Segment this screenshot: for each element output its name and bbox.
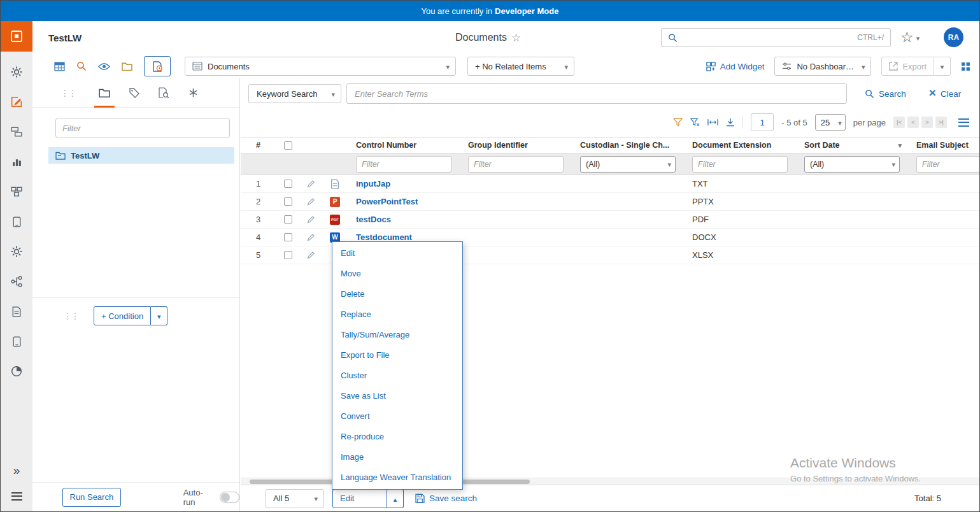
tab-field-tree[interactable] (127, 78, 142, 108)
auto-run-toggle[interactable] (220, 492, 239, 503)
table-row[interactable]: 3 PDF testDocs PDF (241, 211, 979, 229)
favorites-chevron-icon[interactable] (916, 32, 920, 43)
grid-view-button[interactable] (54, 62, 65, 71)
email-subject-filter-input[interactable] (916, 156, 979, 173)
column-header-document-extension[interactable]: Document Extension (684, 141, 796, 150)
menu-item-cluster[interactable]: Cluster (332, 366, 462, 386)
user-avatar[interactable]: RA (944, 27, 963, 47)
add-widget-button[interactable]: Add Widget (706, 62, 765, 71)
document-link[interactable]: Testdocument (356, 232, 412, 242)
run-search-button[interactable]: Run Search (62, 488, 121, 507)
grid-menu-button[interactable] (958, 118, 969, 127)
rail-mobile-button[interactable] (10, 335, 24, 348)
rail-integrations-button[interactable] (10, 275, 24, 288)
rail-reports-button[interactable] (10, 365, 24, 378)
sort-date-filter-select[interactable]: (All) (804, 156, 900, 173)
mass-action-dropdown[interactable]: Edit (332, 489, 387, 508)
table-row[interactable]: 1 inputJap TXT (241, 175, 979, 193)
clear-filters-button[interactable] (690, 118, 700, 127)
rail-menu-button[interactable] (10, 490, 24, 502)
menu-item-edit[interactable]: Edit (332, 243, 462, 264)
menu-item-re-produce[interactable]: Re-produce (332, 427, 462, 447)
menu-item-replace[interactable]: Replace (332, 304, 462, 325)
select-all-checkbox[interactable] (284, 141, 292, 150)
edit-row-button[interactable] (299, 233, 322, 241)
per-page-select[interactable]: 25 (815, 114, 846, 131)
row-checkbox[interactable] (284, 251, 292, 259)
row-checkbox[interactable] (284, 233, 292, 241)
document-link[interactable]: PowerPointTest (356, 197, 418, 206)
menu-item-save-as-list[interactable]: Save as List (332, 386, 462, 406)
document-link[interactable]: testDocs (356, 215, 391, 224)
selection-scope-dropdown[interactable]: All 5 (266, 489, 324, 508)
menu-item-move[interactable]: Move (332, 264, 462, 284)
menu-item-language-weaver-translation[interactable]: Language Weaver Translation (332, 467, 462, 488)
filter-toggle-button[interactable] (673, 118, 683, 127)
column-header-num[interactable]: # (241, 141, 276, 150)
related-items-dropdown[interactable]: + No Related Items (467, 57, 574, 76)
custodian-filter-select[interactable]: (All) (580, 156, 676, 173)
export-chevron-button[interactable] (934, 57, 951, 76)
dashboard-dropdown[interactable]: No Dashboard S... (774, 57, 871, 76)
search-panel-button[interactable] (76, 61, 87, 71)
collapse-rail-button[interactable] (10, 464, 24, 477)
table-row[interactable]: 2 P PowerPointTest PPTX (241, 193, 979, 211)
rail-device-button[interactable] (10, 215, 24, 228)
search-button[interactable]: Search (865, 89, 906, 99)
favorite-page-star-icon[interactable] (511, 31, 521, 45)
global-search-box[interactable]: CTRL+/ (661, 28, 891, 47)
tab-clusters[interactable] (186, 78, 201, 108)
tab-folders[interactable] (96, 78, 113, 108)
row-checkbox[interactable] (284, 180, 292, 188)
panel-drag-handle[interactable] (60, 87, 76, 99)
row-checkbox[interactable] (284, 197, 292, 206)
preview-button[interactable] (98, 62, 110, 71)
edit-row-button[interactable] (299, 215, 322, 224)
column-header-custodian[interactable]: Custodian - Single Ch... (572, 141, 684, 150)
menu-item-export-to-file[interactable]: Export to File (332, 345, 462, 366)
group-identifier-filter-input[interactable] (468, 156, 564, 173)
rail-admin-settings-button[interactable] (10, 245, 24, 258)
first-page-button[interactable] (893, 117, 905, 128)
document-extension-filter-input[interactable] (692, 156, 788, 173)
menu-item-delete[interactable]: Delete (332, 284, 462, 304)
condition-drag-handle[interactable] (63, 310, 78, 322)
edit-row-button[interactable] (299, 197, 322, 206)
menu-item-tally-sum-average[interactable]: Tally/Sum/Average (332, 325, 462, 345)
last-page-button[interactable] (935, 117, 947, 128)
relativity-logo[interactable] (1, 21, 32, 52)
column-header-sort-date[interactable]: Sort Date (796, 141, 908, 150)
export-button[interactable]: Export (881, 57, 934, 76)
row-checkbox[interactable] (284, 215, 292, 224)
condition-chevron-button[interactable] (151, 306, 167, 325)
rail-documents-button[interactable] (10, 305, 24, 318)
menu-item-convert[interactable]: Convert (332, 406, 462, 427)
rail-analytics-button[interactable] (10, 155, 24, 168)
layout-grid-button[interactable] (961, 62, 970, 71)
folders-button[interactable] (122, 62, 132, 71)
rail-collections-button[interactable] (10, 185, 24, 198)
edit-row-button[interactable] (299, 180, 322, 188)
tab-saved-searches[interactable] (156, 78, 172, 108)
folder-filter-input[interactable] (55, 118, 230, 138)
documents-view-dropdown[interactable]: Documents (185, 57, 456, 76)
column-header-control-number[interactable]: Control Number (348, 141, 460, 150)
rail-settings-button[interactable] (10, 66, 24, 78)
search-terms-input[interactable] (346, 83, 847, 104)
folder-item-testlw[interactable]: TestLW (48, 147, 234, 164)
column-header-group-identifier[interactable]: Group Identifier (460, 141, 572, 150)
control-number-filter-input[interactable] (356, 156, 451, 173)
document-link[interactable]: inputJap (356, 179, 390, 188)
rail-edit-notes-button[interactable] (10, 96, 24, 108)
previous-page-button[interactable] (907, 117, 919, 128)
menu-item-image[interactable]: Image (332, 447, 462, 467)
search-mode-dropdown[interactable]: Keyword Search (248, 84, 341, 103)
add-condition-button[interactable]: + Condition (94, 306, 151, 325)
edit-row-button[interactable] (299, 251, 322, 259)
export-grid-button[interactable] (726, 118, 735, 127)
mass-action-chevron-button[interactable] (387, 489, 404, 508)
fit-column-width-button[interactable] (707, 118, 718, 126)
next-page-button[interactable] (921, 117, 933, 128)
column-menu-chevron-icon[interactable] (898, 141, 902, 150)
clear-button[interactable]: Clear (929, 89, 961, 99)
